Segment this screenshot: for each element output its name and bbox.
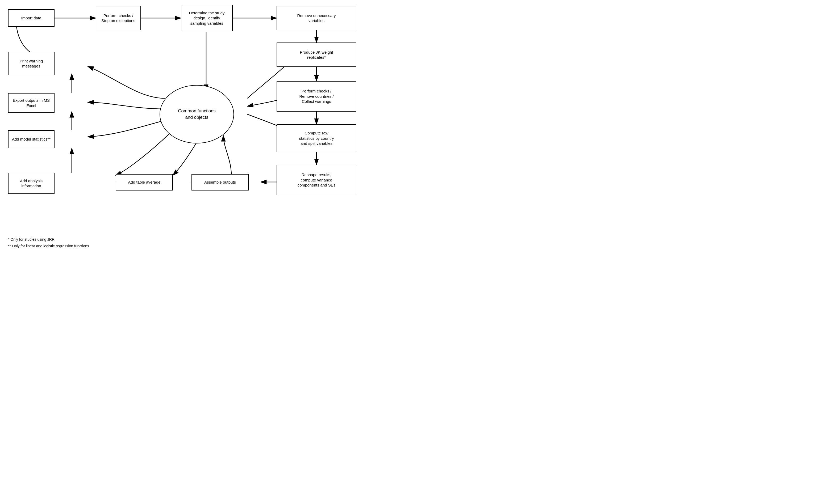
footnotes: * Only for studies using JRR ** Only for… xyxy=(8,236,89,250)
assemble-outputs-node: Assemble outputs xyxy=(192,174,249,190)
diagram-container: Import data Perform checks / Stop on exc… xyxy=(0,0,417,239)
assemble-outputs-label: Assemble outputs xyxy=(204,180,236,185)
compute-raw-label: Compute raw statistics by country and sp… xyxy=(299,131,334,146)
perform-checks-stop-node: Perform checks / Stop on exceptions xyxy=(96,6,141,30)
add-analysis-info-label: Add analysis information xyxy=(20,178,43,189)
import-data-node: Import data xyxy=(8,9,54,27)
import-data-label: Import data xyxy=(21,16,42,21)
add-table-average-label: Add table average xyxy=(128,180,161,185)
perform-checks-remove-node: Perform checks / Remove countries / Coll… xyxy=(277,81,356,112)
print-warning-node: Print warning messages xyxy=(8,52,54,75)
produce-jk-label: Produce JK weight replicates* xyxy=(300,50,333,60)
perform-checks-remove-label: Perform checks / Remove countries / Coll… xyxy=(299,89,333,104)
add-model-stats-label: Add model statistics** xyxy=(12,137,50,142)
add-table-average-node: Add table average xyxy=(116,174,173,190)
print-warning-label: Print warning messages xyxy=(20,59,43,69)
remove-unnecessary-label: Remove unnecessary variables xyxy=(297,13,336,23)
common-functions-node: Common functions and objects xyxy=(159,85,234,143)
footnote-line1: * Only for studies using JRR xyxy=(8,236,89,243)
determine-study-label: Determine the study design, identify sam… xyxy=(189,10,224,26)
export-outputs-node: Export outputs in MS Excel xyxy=(8,93,54,113)
footnote-line2: ** Only for linear and logistic regressi… xyxy=(8,243,89,250)
perform-checks-stop-label: Perform checks / Stop on exceptions xyxy=(101,13,135,23)
add-analysis-info-node: Add analysis information xyxy=(8,173,54,194)
produce-jk-node: Produce JK weight replicates* xyxy=(277,43,356,67)
common-functions-label: Common functions and objects xyxy=(178,108,216,121)
reshape-results-node: Reshape results, compute variance compon… xyxy=(277,165,356,195)
reshape-results-label: Reshape results, compute variance compon… xyxy=(298,172,336,188)
compute-raw-node: Compute raw statistics by country and sp… xyxy=(277,124,356,152)
remove-unnecessary-node: Remove unnecessary variables xyxy=(277,6,356,30)
export-outputs-label: Export outputs in MS Excel xyxy=(13,98,50,108)
add-model-stats-node: Add model statistics** xyxy=(8,130,54,148)
determine-study-node: Determine the study design, identify sam… xyxy=(181,5,233,31)
